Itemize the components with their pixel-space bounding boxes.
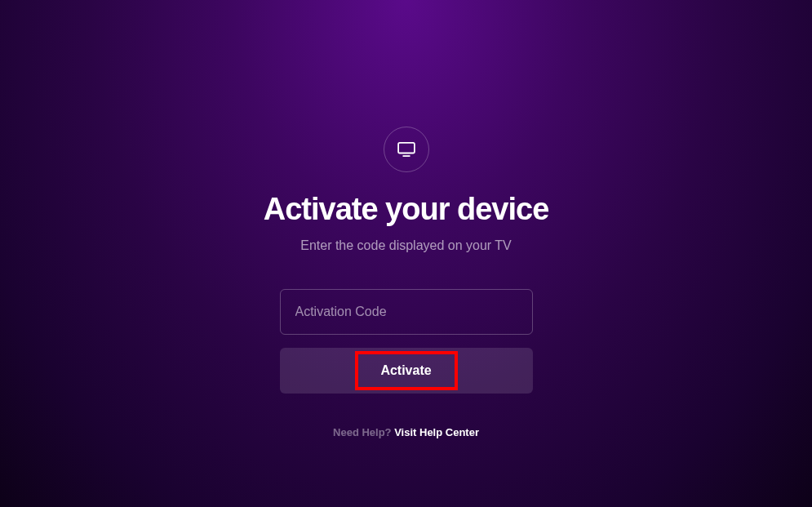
tv-icon	[397, 142, 415, 157]
page-subtitle: Enter the code displayed on your TV	[300, 238, 512, 253]
svg-rect-0	[398, 142, 415, 153]
page-title: Activate your device	[264, 192, 549, 227]
help-prompt: Need Help?	[333, 426, 394, 438]
help-row: Need Help? Visit Help Center	[333, 426, 479, 438]
activation-code-input[interactable]	[280, 289, 533, 335]
activate-button[interactable]: Activate	[280, 348, 533, 394]
tv-icon-circle	[384, 127, 429, 172]
help-center-link[interactable]: Visit Help Center	[394, 426, 479, 438]
activation-container: Activate your device Enter the code disp…	[280, 127, 533, 438]
activate-button-label: Activate	[380, 363, 431, 377]
